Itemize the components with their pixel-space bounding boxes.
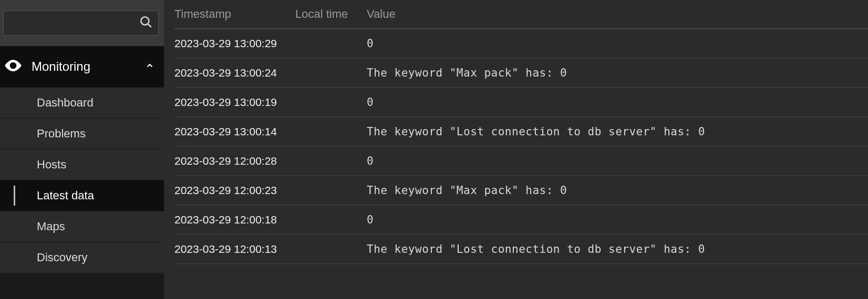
chevron-up-icon — [145, 61, 154, 72]
table-header: Timestamp Local time Value — [174, 0, 868, 29]
table-row[interactable]: 2023-03-29 12:00:23The keyword "Max pack… — [174, 176, 868, 206]
search-input[interactable] — [11, 18, 139, 29]
cell-timestamp: 2023-03-29 12:00:23 — [174, 184, 295, 197]
sidebar-item-label: Hosts — [37, 158, 66, 171]
table-row[interactable]: 2023-03-29 13:00:14The keyword "Lost con… — [174, 118, 868, 147]
table-row[interactable]: 2023-03-29 12:00:13The keyword "Lost con… — [174, 235, 868, 264]
main-content: Timestamp Local time Value 2023-03-29 13… — [164, 0, 868, 299]
cell-value: The keyword "Lost connection to db serve… — [358, 243, 868, 255]
table-row[interactable]: 2023-03-29 12:00:280 — [174, 147, 868, 176]
sidebar-item-discovery[interactable]: Discovery — [0, 242, 164, 273]
cell-value: The keyword "Max pack" has: 0 — [358, 184, 868, 197]
sidebar-item-maps[interactable]: Maps — [0, 211, 164, 242]
sidebar-item-label: Discovery — [37, 251, 88, 264]
cell-timestamp: 2023-03-29 13:00:14 — [174, 125, 295, 138]
sidebar-item-label: Latest data — [37, 189, 94, 202]
svg-line-1 — [148, 24, 151, 27]
sidebar-item-dashboard[interactable]: Dashboard — [0, 87, 164, 118]
sidebar-item-problems[interactable]: Problems — [0, 118, 164, 149]
table-row[interactable]: 2023-03-29 12:00:180 — [174, 206, 868, 235]
cell-timestamp: 2023-03-29 12:00:18 — [174, 213, 295, 226]
svg-point-0 — [141, 17, 149, 25]
table-body: 2023-03-29 13:00:2902023-03-29 13:00:24T… — [174, 29, 868, 264]
cell-timestamp: 2023-03-29 12:00:28 — [174, 155, 295, 167]
search-box[interactable] — [3, 10, 159, 36]
nav-section-monitoring[interactable]: Monitoring — [0, 46, 164, 87]
column-header-timestamp[interactable]: Timestamp — [174, 7, 295, 21]
cell-value: 0 — [358, 37, 868, 50]
column-header-value[interactable]: Value — [358, 7, 868, 21]
nav-section-title: Monitoring — [32, 59, 137, 74]
cell-value: 0 — [358, 96, 868, 109]
nav-list: DashboardProblemsHostsLatest dataMapsDis… — [0, 87, 164, 273]
cell-value: 0 — [358, 213, 868, 226]
table-row[interactable]: 2023-03-29 13:00:290 — [174, 29, 868, 59]
cell-value: The keyword "Max pack" has: 0 — [358, 67, 868, 79]
monitoring-icon — [3, 56, 23, 78]
svg-point-2 — [12, 64, 15, 67]
column-header-localtime[interactable]: Local time — [295, 7, 358, 21]
table-row[interactable]: 2023-03-29 13:00:24The keyword "Max pack… — [174, 59, 868, 88]
cell-timestamp: 2023-03-29 13:00:19 — [174, 96, 295, 109]
cell-timestamp: 2023-03-29 13:00:24 — [174, 67, 295, 79]
cell-timestamp: 2023-03-29 12:00:13 — [174, 243, 295, 255]
sidebar-item-latest-data[interactable]: Latest data — [0, 180, 164, 211]
sidebar-item-label: Problems — [37, 127, 86, 140]
table-row[interactable]: 2023-03-29 13:00:190 — [174, 88, 868, 118]
search-container — [0, 0, 164, 46]
cell-timestamp: 2023-03-29 13:00:29 — [174, 37, 295, 50]
search-icon[interactable] — [139, 15, 153, 31]
cell-value: 0 — [358, 155, 868, 167]
sidebar-item-hosts[interactable]: Hosts — [0, 149, 164, 180]
sidebar: Monitoring DashboardProblemsHostsLatest … — [0, 0, 164, 299]
sidebar-item-label: Maps — [37, 220, 65, 233]
data-table: Timestamp Local time Value 2023-03-29 13… — [174, 0, 868, 264]
cell-value: The keyword "Lost connection to db serve… — [358, 125, 868, 138]
sidebar-item-label: Dashboard — [37, 96, 94, 109]
